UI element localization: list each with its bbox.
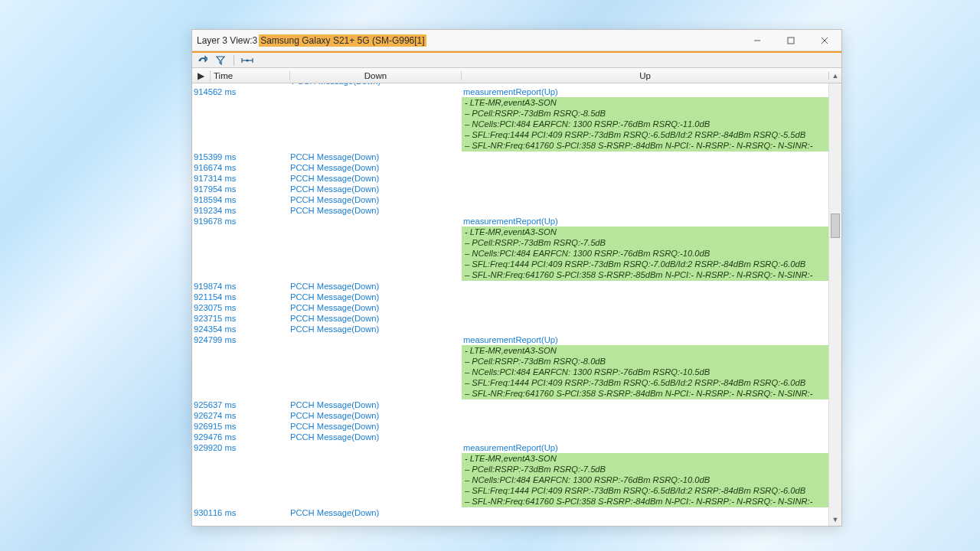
down-cell: PCCH Message(Down) <box>290 281 462 292</box>
time-cell: 917314 ms <box>192 173 290 184</box>
measurement-report: - LTE-MR,eventA3-SON– PCell:RSRP:-73dBm … <box>462 97 828 152</box>
measurement-report: - LTE-MR,eventA3-SON– PCell:RSRP:-73dBm … <box>462 453 828 507</box>
up-cell: measurementReport(Up)- LTE-MR,eventA3-SO… <box>462 216 828 281</box>
mr-line: – SFL-NR:Freq:641760 S-PCI:358 S-RSRP:-8… <box>465 496 825 507</box>
time-cell: 924799 ms <box>192 334 290 345</box>
time-cell: 929920 ms <box>192 442 290 453</box>
time-cell: 914562 ms <box>192 86 290 97</box>
log-row[interactable]: 919678 msmeasurementReport(Up)- LTE-MR,e… <box>192 216 828 281</box>
down-cell: PCCH Message(Down) <box>290 194 462 205</box>
maximize-button[interactable] <box>774 30 808 51</box>
time-cell: 919874 ms <box>192 281 290 292</box>
window-buttons <box>740 30 841 51</box>
redo-icon[interactable] <box>195 54 209 67</box>
log-row[interactable]: 924799 msmeasurementReport(Up)- LTE-MR,e… <box>192 334 828 399</box>
log-row[interactable]: 925637 msPCCH Message(Down) <box>192 399 828 410</box>
down-cell: PCCH Message(Down) <box>290 507 462 518</box>
time-cell: 923715 ms <box>192 313 290 324</box>
time-cell: 915399 ms <box>192 152 290 162</box>
log-row[interactable]: 926274 msPCCH Message(Down) <box>192 410 828 421</box>
minimize-button[interactable] <box>740 30 774 51</box>
log-row[interactable]: 929920 msmeasurementReport(Up)- LTE-MR,e… <box>192 442 828 507</box>
col-up[interactable]: Up <box>462 71 828 80</box>
mr-line: – NCells:PCI:484 EARFCN: 1300 RSRP:-76dB… <box>465 367 825 377</box>
svg-point-7 <box>247 59 249 61</box>
close-button[interactable] <box>808 30 841 51</box>
scroll-down-icon[interactable]: ▼ <box>829 513 841 526</box>
scroll-up-icon[interactable]: ▲ <box>828 72 841 80</box>
mr-line: – NCells:PCI:484 EARFCN: 1300 RSRP:-76dB… <box>465 248 825 259</box>
time-cell: 929476 ms <box>192 432 290 442</box>
mr-line: – NCells:PCI:484 EARFCN: 1300 RSRP:-76dB… <box>465 474 825 485</box>
range-icon[interactable] <box>240 54 254 67</box>
log-row[interactable]: 924354 msPCCH Message(Down) <box>192 324 828 334</box>
log-row[interactable]: 916674 msPCCH Message(Down) <box>192 162 828 173</box>
time-cell: 919234 ms <box>192 205 290 216</box>
time-cell: 917954 ms <box>192 184 290 194</box>
up-message-title: measurementReport(Up) <box>462 442 828 453</box>
toolbar <box>192 53 841 68</box>
down-cell: PCCH Message(Down) <box>290 152 462 162</box>
down-cell: PCCH Message(Down) <box>290 399 462 410</box>
log-row[interactable]: 915399 msPCCH Message(Down) <box>192 152 828 162</box>
up-message-title: measurementReport(Up) <box>462 216 828 227</box>
svg-rect-1 <box>788 37 794 44</box>
mr-line: - LTE-MR,eventA3-SON <box>465 345 825 356</box>
log-row[interactable]: 926915 msPCCH Message(Down) <box>192 421 828 432</box>
time-cell: 921154 ms <box>192 292 290 302</box>
down-cell: PCCH Message(Down) <box>290 162 462 173</box>
log-row[interactable]: 918594 msPCCH Message(Down) <box>192 194 828 205</box>
col-time[interactable]: Time <box>211 71 290 80</box>
titlebar[interactable]: Layer 3 View:3 Samsung Galaxy S21+ 5G (S… <box>192 30 841 51</box>
scrollbar-thumb[interactable] <box>831 214 840 238</box>
up-cell: measurementReport(Up)- LTE-MR,eventA3-SO… <box>462 442 828 507</box>
mr-line: – PCell:RSRP:-73dBm RSRQ:-8.0dB <box>465 356 825 367</box>
time-cell: 925637 ms <box>192 399 290 410</box>
down-cell: PCCH Message(Down) <box>290 410 462 421</box>
mr-line: – SFL:Freq:1444 PCI:409 RSRP:-73dBm RSRQ… <box>465 129 825 140</box>
time-cell: 919678 ms <box>192 216 290 227</box>
down-cell: PCCH Message(Down) <box>290 292 462 302</box>
play-icon[interactable]: ▶ <box>192 70 211 81</box>
mr-line: – PCell:RSRP:-73dBm RSRQ:-8.5dB <box>465 108 825 119</box>
window-title-prefix: Layer 3 View:3 <box>197 35 259 46</box>
log-row[interactable]: 919874 msPCCH Message(Down) <box>192 281 828 292</box>
filter-icon[interactable] <box>214 54 227 67</box>
mr-line: – SFL:Freq:1444 PCI:409 RSRP:-73dBm RSRQ… <box>465 259 825 269</box>
log-row[interactable]: 923075 msPCCH Message(Down) <box>192 302 828 313</box>
time-cell: 923075 ms <box>192 302 290 313</box>
down-cell: PCCH Message(Down) <box>290 302 462 313</box>
mr-line: - LTE-MR,eventA3-SON <box>465 97 825 108</box>
time-cell: 916674 ms <box>192 162 290 173</box>
log-row[interactable]: 923715 msPCCH Message(Down) <box>192 313 828 324</box>
down-cell: PCCH Message(Down) <box>290 432 462 442</box>
down-cell: PCCH Message(Down) <box>290 313 462 324</box>
time-cell: 926274 ms <box>192 410 290 421</box>
mr-line: – SFL:Freq:1444 PCI:409 RSRP:-73dBm RSRQ… <box>465 485 825 496</box>
mr-line: – PCell:RSRP:-73dBm RSRQ:-7.5dB <box>465 464 825 474</box>
mr-line: – SFL-NR:Freq:641760 S-PCI:358 S-RSRP:-8… <box>465 388 825 399</box>
window-title-device: Samsung Galaxy S21+ 5G (SM-G996[1] <box>259 34 426 47</box>
log-row[interactable]: 919234 msPCCH Message(Down) <box>192 205 828 216</box>
log-row[interactable]: 917954 msPCCH Message(Down) <box>192 184 828 194</box>
down-cell: PCCH Message(Down) <box>290 205 462 216</box>
measurement-report: - LTE-MR,eventA3-SON– PCell:RSRP:-73dBm … <box>462 345 828 399</box>
toolbar-separator <box>234 55 234 66</box>
col-down[interactable]: Down <box>290 71 462 80</box>
log-row[interactable]: 914562 msmeasurementReport(Up)- LTE-MR,e… <box>192 86 828 152</box>
vertical-scrollbar[interactable]: ▼ <box>828 83 841 526</box>
message-list[interactable]: PCCH Message(Down) 914562 msmeasurementR… <box>192 83 828 526</box>
time-cell: 918594 ms <box>192 194 290 205</box>
mr-line: – SFL:Freq:1444 PCI:409 RSRP:-73dBm RSRQ… <box>465 377 825 388</box>
mr-line: - LTE-MR,eventA3-SON <box>465 227 825 237</box>
up-message-title: measurementReport(Up) <box>462 86 828 97</box>
mr-line: – SFL-NR:Freq:641760 S-PCI:358 S-RSRP:-8… <box>465 140 825 151</box>
log-row[interactable]: 929476 msPCCH Message(Down) <box>192 432 828 442</box>
log-row[interactable]: 921154 msPCCH Message(Down) <box>192 292 828 302</box>
measurement-report: - LTE-MR,eventA3-SON– PCell:RSRP:-73dBm … <box>462 227 828 281</box>
down-cell: PCCH Message(Down) <box>290 324 462 334</box>
mr-line: – PCell:RSRP:-73dBm RSRQ:-7.5dB <box>465 237 825 248</box>
mr-line: – NCells:PCI:484 EARFCN: 1300 RSRP:-76dB… <box>465 119 825 129</box>
log-row[interactable]: 917314 msPCCH Message(Down) <box>192 173 828 184</box>
log-row[interactable]: 930116 msPCCH Message(Down) <box>192 507 828 518</box>
